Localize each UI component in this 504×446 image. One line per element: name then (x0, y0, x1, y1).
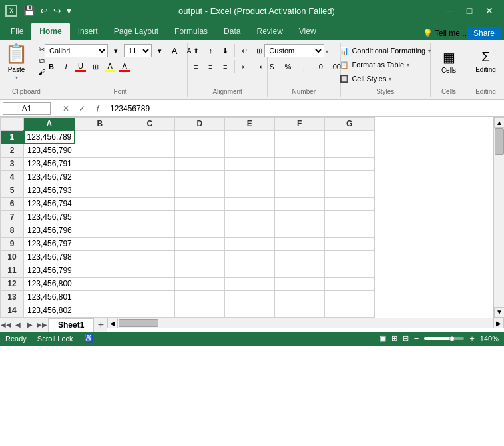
confirm-formula-button[interactable]: ✓ (75, 102, 89, 115)
col-header-g[interactable]: G (324, 118, 374, 131)
row-header-1[interactable]: 1 (1, 130, 24, 144)
cell-c3[interactable] (125, 157, 174, 170)
cell-g3[interactable] (324, 157, 374, 170)
cell-c14[interactable] (125, 304, 174, 317)
cell-e10[interactable] (224, 250, 274, 264)
cell-e9[interactable] (224, 237, 274, 250)
cell-e4[interactable] (224, 170, 274, 184)
cell-g9[interactable] (324, 237, 374, 250)
cell-f11[interactable] (274, 264, 324, 277)
cell-g1[interactable] (324, 130, 374, 144)
cell-f1[interactable] (274, 130, 324, 144)
cell-b4[interactable] (75, 170, 125, 184)
cell-g10[interactable] (324, 250, 374, 264)
row-header-11[interactable]: 11 (1, 264, 24, 277)
cell-e6[interactable] (224, 197, 274, 210)
cell-a8[interactable]: 123,456,796 (24, 224, 75, 237)
cell-g6[interactable] (324, 197, 374, 210)
cell-d4[interactable] (174, 170, 224, 184)
cell-a3[interactable]: 123,456,791 (24, 157, 75, 170)
undo-button[interactable]: ↩ (38, 4, 50, 17)
cells-button[interactable]: ▦ Cells (434, 44, 463, 79)
tell-me-box[interactable]: 💡 Tell me... (423, 29, 467, 38)
row-header-13[interactable]: 13 (1, 290, 24, 304)
cell-a10[interactable]: 123,456,798 (24, 250, 75, 264)
redo-button[interactable]: ↪ (51, 4, 63, 17)
maximize-button[interactable]: □ (460, 1, 479, 20)
align-bottom-button[interactable]: ⬇ (218, 44, 232, 57)
currency-button[interactable]: $ (264, 60, 279, 73)
cell-g5[interactable] (324, 184, 374, 197)
font-size-select[interactable]: 11 (124, 44, 152, 57)
cell-d5[interactable] (174, 184, 224, 197)
scroll-up-arrow[interactable]: ▲ (494, 117, 504, 128)
cell-e12[interactable] (224, 277, 274, 290)
cell-f3[interactable] (274, 157, 324, 170)
cell-c8[interactable] (125, 224, 174, 237)
page-layout-icon[interactable]: ⊞ (391, 334, 397, 343)
align-right-button[interactable]: ≡ (218, 60, 232, 73)
font-name-expand[interactable]: ▾ (109, 44, 123, 57)
cell-c7[interactable] (125, 210, 174, 224)
tab-formulas[interactable]: Formulas (166, 23, 216, 40)
cell-f9[interactable] (274, 237, 324, 250)
corner-header[interactable] (1, 118, 24, 131)
h-scroll-track[interactable] (118, 318, 493, 328)
cell-styles-arrow[interactable]: ▾ (389, 76, 391, 82)
cell-g4[interactable] (324, 170, 374, 184)
insert-function-button[interactable]: ƒ (91, 102, 105, 115)
cell-f4[interactable] (274, 170, 324, 184)
font-size-expand[interactable]: ▾ (153, 44, 166, 57)
row-header-3[interactable]: 3 (1, 157, 24, 170)
horizontal-scrollbar[interactable]: ◀ ▶ (107, 318, 504, 328)
cell-e3[interactable] (224, 157, 274, 170)
format-as-table-button[interactable]: 📋 Format as Table ▾ (336, 58, 413, 71)
add-sheet-button[interactable]: + (94, 318, 107, 332)
cell-c12[interactable] (125, 277, 174, 290)
cell-a6[interactable]: 123,456,794 (24, 197, 75, 210)
bold-button[interactable]: B (45, 60, 58, 73)
cell-c11[interactable] (125, 264, 174, 277)
h-scroll-thumb[interactable] (119, 319, 158, 327)
align-center-button[interactable]: ≡ (204, 60, 217, 73)
number-format-select[interactable]: Custom (264, 44, 324, 57)
cell-f14[interactable] (274, 304, 324, 317)
increase-font-button[interactable]: A (168, 44, 181, 57)
font-name-select[interactable]: Calibri (45, 44, 108, 57)
cell-a7[interactable]: 123,456,795 (24, 210, 75, 224)
row-header-4[interactable]: 4 (1, 170, 24, 184)
cell-b8[interactable] (75, 224, 125, 237)
cell-d9[interactable] (174, 237, 224, 250)
increase-indent-button[interactable]: ⇥ (252, 60, 266, 73)
cell-a5[interactable]: 123,456,793 (24, 184, 75, 197)
cell-c9[interactable] (125, 237, 174, 250)
cell-e2[interactable] (224, 144, 274, 157)
decrease-indent-button[interactable]: ⇤ (238, 60, 251, 73)
tab-review[interactable]: Review (248, 23, 290, 40)
cell-c2[interactable] (125, 144, 174, 157)
comma-button[interactable]: , (296, 60, 311, 73)
cell-d13[interactable] (174, 290, 224, 304)
close-button[interactable]: ✕ (480, 1, 499, 20)
tab-data[interactable]: Data (216, 23, 248, 40)
cell-f12[interactable] (274, 277, 324, 290)
cell-d14[interactable] (174, 304, 224, 317)
cell-g2[interactable] (324, 144, 374, 157)
row-header-10[interactable]: 10 (1, 250, 24, 264)
underline-button[interactable]: U (74, 60, 87, 73)
row-header-12[interactable]: 12 (1, 277, 24, 290)
decrease-decimal-button[interactable]: .0 (312, 60, 327, 73)
minimize-button[interactable]: ─ (440, 1, 459, 20)
cell-d2[interactable] (174, 144, 224, 157)
fill-color-button[interactable]: A (103, 60, 117, 73)
cell-f13[interactable] (274, 290, 324, 304)
cell-b14[interactable] (75, 304, 125, 317)
scroll-right-arrow[interactable]: ▶ (493, 318, 504, 328)
share-button[interactable]: Share (467, 27, 501, 40)
cell-e8[interactable] (224, 224, 274, 237)
cell-c1[interactable] (125, 130, 174, 144)
cell-a12[interactable]: 123,456,800 (24, 277, 75, 290)
zoom-out-button[interactable]: − (414, 334, 419, 343)
sheet-tab-sheet1[interactable]: Sheet1 (48, 318, 94, 332)
cell-g12[interactable] (324, 277, 374, 290)
